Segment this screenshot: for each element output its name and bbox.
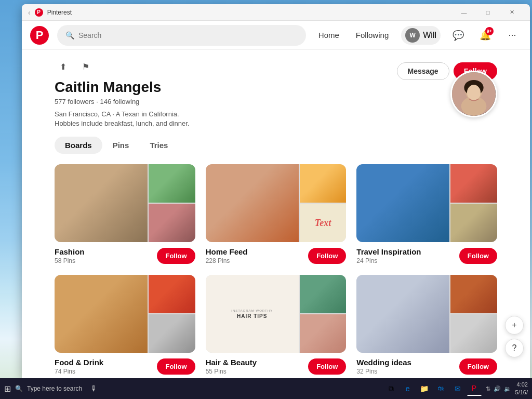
board-img-hair-3 bbox=[300, 314, 347, 353]
flag-button[interactable]: ⚑ bbox=[77, 58, 94, 75]
board-name-wedding: Wedding ideas bbox=[356, 358, 459, 367]
taskbar-sys-icons: ⇅ 🔊 🔉 bbox=[486, 385, 511, 392]
nav-user[interactable]: W Will bbox=[401, 26, 441, 45]
svg-point-4 bbox=[467, 85, 481, 100]
clock-time: 4:02 bbox=[515, 381, 528, 389]
board-info-wedding: Wedding ideas 32 Pins Follow bbox=[356, 358, 497, 375]
follow-board-fashion[interactable]: Follow bbox=[157, 248, 195, 264]
follow-board-wedding[interactable]: Follow bbox=[459, 358, 497, 375]
nav-home[interactable]: Home bbox=[314, 29, 343, 42]
profile-tabs: Boards Pins Tries bbox=[42, 128, 510, 154]
window-title-text: Pinterest bbox=[47, 9, 72, 16]
board-card-homefeed[interactable]: Text Home Feed 228 Pins Follow bbox=[206, 164, 347, 264]
board-images-fashion bbox=[55, 164, 195, 242]
chat-button[interactable]: 💬 bbox=[449, 26, 468, 45]
notifications-button[interactable]: 🔔 9+ bbox=[476, 26, 495, 45]
share-button[interactable]: ⬆ bbox=[55, 58, 71, 75]
board-img-hair-2 bbox=[300, 275, 347, 313]
window-controls: — □ ✕ bbox=[452, 4, 524, 21]
mail-button[interactable]: ✉ bbox=[450, 381, 465, 396]
maximize-button[interactable]: □ bbox=[476, 4, 500, 21]
pinterest-logo[interactable]: P bbox=[30, 26, 49, 45]
board-img-wedding-3 bbox=[450, 314, 497, 353]
taskbar-search[interactable]: ⊞ 🔍 Type here to search 🎙 bbox=[4, 384, 380, 394]
avatar-image bbox=[452, 72, 496, 116]
windows-start-icon[interactable]: ⊞ bbox=[4, 384, 11, 394]
volume-icon[interactable]: 🔉 bbox=[504, 385, 511, 392]
board-card-fashion[interactable]: Fashion 58 Pins Follow bbox=[55, 164, 195, 264]
search-input[interactable] bbox=[78, 31, 298, 39]
board-images-food bbox=[55, 275, 195, 353]
pinterest-favicon: P bbox=[35, 8, 43, 17]
zoom-in-button[interactable]: + bbox=[505, 316, 524, 335]
boards-grid: Fashion 58 Pins Follow Text Home Feed 22… bbox=[42, 154, 510, 378]
tab-boards[interactable]: Boards bbox=[55, 137, 102, 154]
board-img-fashion-main bbox=[55, 164, 148, 242]
back-button[interactable]: ‹ bbox=[28, 8, 31, 17]
edge-browser-button[interactable]: e bbox=[401, 381, 415, 396]
board-img-wedding-main bbox=[356, 275, 449, 353]
speaker-icon[interactable]: 🔊 bbox=[494, 385, 501, 392]
board-name-travel: Travel Inspiration bbox=[356, 247, 459, 256]
pinterest-app-button[interactable]: P bbox=[467, 381, 482, 396]
board-card-food[interactable]: Food & Drink 74 Pins Follow bbox=[55, 275, 195, 375]
board-img-travel-main bbox=[356, 164, 449, 242]
board-card-wedding[interactable]: Wedding ideas 32 Pins Follow bbox=[356, 275, 497, 375]
follow-board-homefeed[interactable]: Follow bbox=[308, 248, 346, 264]
board-pins-hair: 55 Pins bbox=[206, 368, 309, 375]
follow-board-hair[interactable]: Follow bbox=[308, 358, 346, 375]
board-img-food-main bbox=[55, 275, 148, 353]
user-name: Will bbox=[423, 31, 436, 40]
board-img-travel-2 bbox=[450, 164, 497, 203]
share-icon: ⬆ bbox=[60, 62, 66, 72]
store-button[interactable]: 🛍 bbox=[434, 381, 448, 396]
help-button[interactable]: ? bbox=[505, 339, 524, 357]
board-pins-travel: 24 Pins bbox=[356, 257, 459, 264]
board-img-food-3 bbox=[149, 314, 195, 353]
board-card-travel[interactable]: Travel Inspiration 24 Pins Follow bbox=[356, 164, 497, 264]
profile-avatar bbox=[450, 71, 497, 117]
more-icon: ··· bbox=[508, 30, 516, 41]
taskbar-search-text: Type here to search bbox=[27, 385, 82, 392]
board-name-fashion: Fashion bbox=[55, 247, 157, 256]
profile-bio: San Francisco, CA · A Texan in Californi… bbox=[55, 110, 200, 128]
more-button[interactable]: ··· bbox=[503, 26, 522, 45]
profile-main: Caitlin Mangels 577 followers · 146 foll… bbox=[55, 79, 497, 128]
follow-board-food[interactable]: Follow bbox=[157, 358, 195, 375]
nav-following[interactable]: Following bbox=[352, 29, 393, 42]
tab-pins[interactable]: Pins bbox=[102, 137, 140, 154]
floating-buttons: + ? bbox=[505, 316, 524, 357]
board-name-hair: Hair & Beauty bbox=[206, 358, 309, 367]
profile-name: Caitlin Mangels bbox=[55, 79, 497, 96]
task-view-button[interactable]: ⧉ bbox=[384, 381, 398, 396]
close-button[interactable]: ✕ bbox=[500, 4, 524, 21]
message-button[interactable]: Message bbox=[397, 62, 449, 80]
board-pins-food: 74 Pins bbox=[55, 368, 157, 375]
board-images-wedding bbox=[356, 275, 497, 353]
board-text-wedding: Wedding ideas 32 Pins bbox=[356, 358, 459, 375]
follow-board-travel[interactable]: Follow bbox=[459, 248, 497, 264]
board-card-hair[interactable]: INSTAGRAM-WORTHY HAIR TIPS Hair & Beauty… bbox=[206, 275, 347, 375]
file-explorer-button[interactable]: 📁 bbox=[417, 381, 432, 396]
chat-icon: 💬 bbox=[453, 30, 464, 41]
tab-tries[interactable]: Tries bbox=[139, 137, 178, 154]
navbar: P 🔍 Home Following W Will 💬 🔔 9+ ·· bbox=[22, 21, 530, 50]
board-img-travel-3 bbox=[450, 204, 497, 242]
board-text-food: Food & Drink 74 Pins bbox=[55, 358, 157, 375]
board-img-wedding-2 bbox=[450, 275, 497, 313]
board-img-hair-main: INSTAGRAM-WORTHY HAIR TIPS bbox=[206, 275, 299, 353]
board-info-food: Food & Drink 74 Pins Follow bbox=[55, 358, 195, 375]
content-area: ⬆ ⚑ Caitlin Mangels 577 followers · 146 … bbox=[22, 50, 530, 378]
board-pins-fashion: 58 Pins bbox=[55, 257, 157, 264]
minimize-button[interactable]: — bbox=[452, 4, 476, 21]
board-text-travel: Travel Inspiration 24 Pins bbox=[356, 247, 459, 264]
network-icon[interactable]: ⇅ bbox=[486, 385, 490, 392]
user-avatar: W bbox=[405, 28, 420, 43]
board-text-fashion: Fashion 58 Pins bbox=[55, 247, 157, 264]
board-img-homefeed-main bbox=[206, 164, 299, 242]
search-bar[interactable]: 🔍 bbox=[57, 25, 306, 46]
microphone-icon[interactable]: 🎙 bbox=[90, 384, 98, 393]
board-img-fashion-3 bbox=[149, 204, 195, 242]
window-title: P Pinterest bbox=[35, 8, 72, 17]
board-name-homefeed: Home Feed bbox=[206, 247, 309, 256]
